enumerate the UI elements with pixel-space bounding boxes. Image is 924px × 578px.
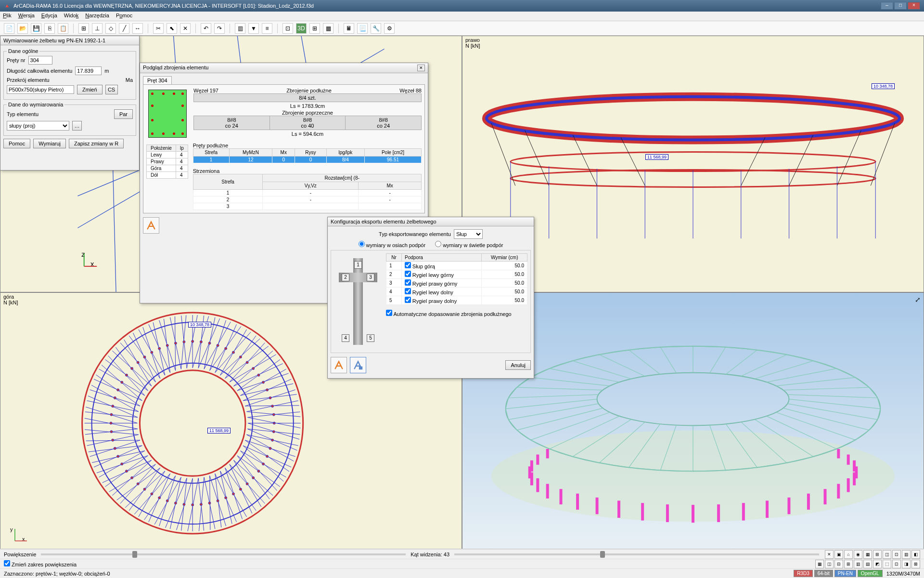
- pomoc-button[interactable]: Pomoc: [3, 139, 30, 148]
- settings-icon[interactable]: ⚙: [384, 23, 395, 34]
- zmien-button[interactable]: Zmień: [77, 85, 103, 94]
- sb6[interactable]: ▤: [863, 560, 872, 568]
- menu-plik[interactable]: Plik: [3, 13, 12, 20]
- expand-icon[interactable]: ⤢: [915, 296, 921, 303]
- undo-icon[interactable]: ↶: [201, 23, 211, 34]
- przekroj-field[interactable]: [7, 85, 74, 94]
- sb4[interactable]: ⊞: [844, 560, 853, 568]
- preview-close-icon[interactable]: ✕: [417, 65, 425, 71]
- menu-widok[interactable]: Widok: [64, 13, 79, 20]
- svg-point-64: [257, 470, 260, 473]
- mb5[interactable]: ▦: [863, 550, 872, 559]
- export-type-combo[interactable]: Słup: [454, 229, 483, 239]
- svg-point-106: [151, 493, 153, 495]
- mb2[interactable]: ▣: [834, 550, 843, 559]
- report-icon[interactable]: ▦: [323, 23, 334, 34]
- copy-icon[interactable]: ⎘: [44, 23, 55, 34]
- calculator-icon[interactable]: 🖩: [344, 23, 354, 34]
- axes-icon[interactable]: ⊥: [92, 23, 103, 34]
- sb10[interactable]: ◨: [902, 560, 911, 568]
- cut-icon[interactable]: ✂: [153, 23, 164, 34]
- stirrup-table[interactable]: StrefaRozstaw[cm] (8- Vy,VzMx 1-- 2-- 3: [193, 174, 422, 210]
- cs-button[interactable]: CS: [105, 85, 118, 94]
- select-icon[interactable]: ⬉: [167, 23, 177, 34]
- tab-pret[interactable]: Pręt 304: [143, 76, 172, 84]
- prety-nr-field[interactable]: [28, 56, 52, 65]
- wymiaruj-button[interactable]: Wymiaruj: [33, 139, 66, 148]
- calc-icon[interactable]: ⊞: [309, 23, 320, 34]
- svg-line-291: [757, 350, 786, 355]
- wrench-icon[interactable]: 🔧: [371, 23, 381, 34]
- app-icon[interactable]: [143, 217, 159, 234]
- mb9[interactable]: ▥: [902, 550, 911, 559]
- menu-edycja[interactable]: Edycja: [41, 13, 57, 20]
- menu-narzedzia[interactable]: Narzędzia: [85, 13, 109, 20]
- mb8[interactable]: ⊡: [892, 550, 901, 559]
- 3d-icon[interactable]: 3D: [296, 23, 307, 34]
- svg-point-160: [137, 361, 139, 364]
- mb6[interactable]: ⊞: [873, 550, 882, 559]
- delete-icon[interactable]: ✕: [180, 23, 191, 34]
- zmien-checkbox[interactable]: Zmień zakres powiększenia: [4, 560, 77, 567]
- mb3[interactable]: ⌂: [844, 550, 853, 559]
- dim-icon[interactable]: ↔: [132, 23, 143, 34]
- angle-slider[interactable]: [454, 553, 819, 555]
- sb7[interactable]: ◩: [873, 560, 882, 568]
- sb11[interactable]: ⊠: [911, 560, 920, 568]
- typ-extra-button[interactable]: …: [72, 121, 82, 131]
- radio-osiach[interactable]: wymiary w osiach podpór: [359, 241, 426, 248]
- prety-nr-label: Pręty nr: [7, 57, 26, 63]
- rebar-data-table[interactable]: StrefaMyMzNMxRysylpg/lpkPole [cm2] 11200…: [193, 148, 422, 163]
- paste-icon[interactable]: 📋: [58, 23, 68, 34]
- maximize-button[interactable]: □: [894, 2, 907, 10]
- svg-point-154: [125, 374, 128, 376]
- svg-line-273: [517, 378, 530, 387]
- sb2[interactable]: ◫: [825, 560, 834, 568]
- close-button[interactable]: ×: [908, 2, 920, 10]
- auto-checkbox[interactable]: Automatyczne dopasowanie zbrojenia podłu…: [386, 311, 512, 317]
- par-button[interactable]: Par: [114, 109, 133, 119]
- filter-icon[interactable]: ▼: [248, 23, 259, 34]
- typ-combo[interactable]: słupy (proj): [7, 121, 69, 131]
- dim-panel: Wymiarowanie żelbetu wg PN-EN 1992-1-1 D…: [0, 36, 140, 171]
- redo-icon[interactable]: ↷: [214, 23, 225, 34]
- mb1[interactable]: ✕: [825, 550, 834, 559]
- pow-label: Powiększenie: [4, 552, 36, 557]
- zapisz-button[interactable]: Zapisz zmiany w R: [69, 139, 124, 148]
- dlugosc-field[interactable]: [75, 66, 102, 75]
- mb10[interactable]: ◧: [911, 550, 920, 559]
- radio-swietle[interactable]: wymiary w świetle podpór: [435, 241, 503, 248]
- menu-wersja[interactable]: Wersja: [18, 13, 35, 20]
- svg-point-85: [208, 502, 211, 504]
- grid-icon[interactable]: ⊞: [78, 23, 89, 34]
- sb3[interactable]: ⊟: [834, 560, 843, 568]
- svg-point-145: [114, 397, 116, 399]
- table-icon[interactable]: ⊡: [282, 23, 293, 34]
- sb1[interactable]: ▦: [815, 560, 824, 568]
- mb7[interactable]: ◫: [883, 550, 891, 559]
- save-icon[interactable]: 💾: [31, 23, 41, 34]
- vp-tr-label: prawo: [465, 37, 480, 43]
- layers-icon[interactable]: ≡: [262, 23, 272, 34]
- sb5[interactable]: ▥: [854, 560, 862, 568]
- annot-tr-1: 10 348,78: [872, 83, 895, 89]
- support-table[interactable]: NrPodporaWymiar (cm) 1 Słup górą50.0 2 R…: [386, 253, 527, 305]
- sb9[interactable]: ⊡: [892, 560, 901, 568]
- anuluj-button[interactable]: Anuluj: [505, 360, 531, 370]
- menu-pomoc[interactable]: Pomoc: [116, 13, 132, 20]
- sb8[interactable]: ⬚: [883, 560, 891, 568]
- new-icon[interactable]: 📄: [4, 23, 14, 34]
- window-title: ArCADia-RAMA 16.0 Licencja dla WEWNĘTRZN…: [13, 3, 314, 9]
- minimize-button[interactable]: –: [881, 2, 893, 10]
- zoom-slider[interactable]: [41, 553, 406, 555]
- mb4[interactable]: ◉: [854, 550, 862, 559]
- svg-line-279: [573, 355, 599, 361]
- snap-icon[interactable]: ◇: [105, 23, 116, 34]
- line-icon[interactable]: ╱: [119, 23, 129, 34]
- export-app-icon[interactable]: [331, 357, 347, 373]
- export-save-icon[interactable]: [350, 357, 366, 373]
- open-icon[interactable]: 📂: [17, 23, 28, 34]
- svg-point-67: [252, 477, 255, 479]
- doc-icon[interactable]: 📃: [357, 23, 368, 34]
- bars-icon[interactable]: ▥: [235, 23, 245, 34]
